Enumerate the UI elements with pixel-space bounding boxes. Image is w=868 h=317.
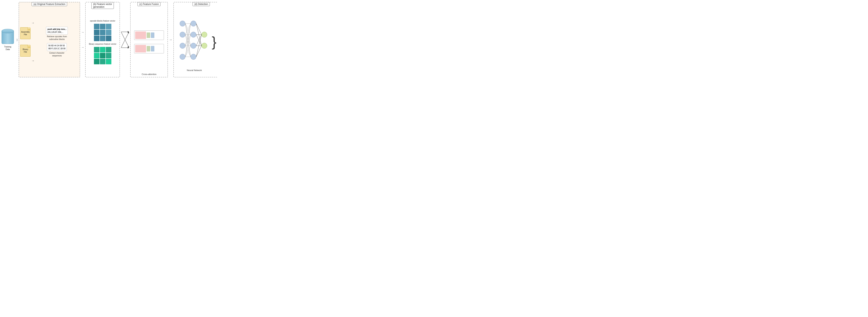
opcodes-desc: Retrieve opcodes fromsubroutine blocks xyxy=(47,35,67,41)
hex-group: 56 8D 44 24 08 50 8B F1 E8 1C 1B 00 Extr… xyxy=(35,43,79,57)
grid-cell-1 xyxy=(94,24,99,29)
training-to-a-arrow: } xyxy=(17,38,18,41)
section-d-title: (d) Detection xyxy=(193,2,210,6)
attn-blue-bottom xyxy=(151,46,154,51)
grid-cell-7 xyxy=(94,36,99,41)
hex-line1: 56 8D 44 24 08 50 xyxy=(49,44,65,47)
grid-cell-6 xyxy=(106,30,112,35)
a-to-b-arrows: → → xyxy=(81,31,84,49)
section-c: (c) Feature Fusion Cross-attention xyxy=(130,2,168,77)
grid-cell-3 xyxy=(106,24,112,29)
section-d: (d) Detection xyxy=(174,2,217,77)
section-a: (a) Original Feature Extraction Assembly… xyxy=(19,2,80,77)
svg-point-12 xyxy=(202,32,207,37)
cross-attention-label: Cross-attention xyxy=(142,73,157,75)
opcodes-group: push add jmp mov... 241,126,87,356,... R… xyxy=(35,27,79,41)
grid-cell-2 xyxy=(100,24,105,29)
training-data-container: TrainingData xyxy=(2,29,14,51)
opcode-grid xyxy=(94,24,112,41)
bgrid-cell-3 xyxy=(106,47,112,52)
arrow-binary: → xyxy=(31,59,34,63)
svg-point-9 xyxy=(191,32,196,37)
opcodes-line2: 241,126,87,356,... xyxy=(48,31,66,34)
connector-brace: } xyxy=(17,38,18,41)
svg-line-37 xyxy=(196,46,202,57)
grid-cell-4 xyxy=(94,30,99,35)
bgrid-cell-8 xyxy=(100,59,105,64)
bgrid-cell-2 xyxy=(100,47,105,52)
b-to-c-connector xyxy=(121,2,129,77)
results-bracket: } xyxy=(212,36,216,48)
binary-feature-label: Binary sequence feature vector xyxy=(89,43,116,45)
assembly-file-label: AssemblyFile xyxy=(21,31,30,36)
grid-cell-9 xyxy=(106,36,112,41)
section-c-content xyxy=(134,8,164,76)
cross-arrows-svg xyxy=(121,20,129,60)
diagram: TrainingData } (a) Original Feature Extr… xyxy=(0,0,217,79)
opcodes-line1: push add jmp mov... xyxy=(48,28,66,31)
attn-pink-bottom xyxy=(135,45,146,52)
arrow-c-d: → xyxy=(169,38,172,41)
svg-point-8 xyxy=(191,21,196,26)
bgrid-cell-5 xyxy=(100,53,105,58)
assembly-file-icon: AssemblyFile xyxy=(20,27,31,39)
grid-cell-8 xyxy=(100,36,105,41)
svg-line-30 xyxy=(196,24,202,35)
bgrid-cell-6 xyxy=(106,53,112,58)
section-a-title: (a) Original Feature Extraction xyxy=(32,2,67,6)
attn-green-bottom xyxy=(147,46,150,51)
bgrid-cell-4 xyxy=(94,53,99,58)
file-arrows: → → xyxy=(31,8,34,76)
svg-point-11 xyxy=(191,54,196,60)
section-d-content: Neural Network } xyxy=(179,8,217,76)
arrow-a-b-top: → xyxy=(81,31,84,34)
arrow-assembly: → xyxy=(31,21,34,25)
attn-blue-top xyxy=(151,32,154,38)
section-b-content: opcode blocks feature vector Binary sequ… xyxy=(89,8,116,76)
bgrid-cell-1 xyxy=(94,47,99,52)
svg-point-4 xyxy=(180,21,185,26)
training-data-cylinder xyxy=(2,29,14,45)
detection-results: } xyxy=(212,21,217,63)
hex-line2: 8B F1 E8 1C 1B 00 xyxy=(49,47,65,50)
bgrid-cell-9 xyxy=(106,59,112,64)
attention-box-top xyxy=(134,31,164,40)
extract-column: push add jmp mov... 241,126,87,356,... R… xyxy=(35,27,79,57)
bgrid-cell-7 xyxy=(94,59,99,64)
attn-green-top xyxy=(147,32,150,38)
grid-cell-5 xyxy=(100,30,105,35)
binary-grid xyxy=(94,47,112,64)
binary-file-label: BinaryFile xyxy=(23,48,28,53)
hex-desc: Extract charactersequences xyxy=(50,51,65,57)
attn-pink-top xyxy=(135,31,146,39)
section-c-title: (c) Feature Fusion xyxy=(137,2,160,6)
arrow-a-b-bottom: → xyxy=(81,46,84,49)
svg-point-13 xyxy=(202,43,207,48)
assembly-file-group: AssemblyFile xyxy=(20,27,31,39)
hex-box: 56 8D 44 24 08 50 8B F1 E8 1C 1B 00 xyxy=(47,43,67,51)
nn-wrapper: Neural Network xyxy=(179,12,210,71)
nn-label: Neural Network xyxy=(179,69,210,71)
section-b: (b) Feature vectorgeneration opcode bloc… xyxy=(85,2,120,77)
attention-box-bottom xyxy=(134,44,164,54)
binary-file-icon: BinaryFile xyxy=(20,45,31,57)
cylinder-top xyxy=(2,29,14,33)
svg-point-10 xyxy=(191,43,196,48)
section-b-title: (b) Feature vectorgeneration xyxy=(91,2,114,9)
files-column: AssemblyFile BinaryFile xyxy=(20,27,31,57)
svg-point-5 xyxy=(180,32,185,37)
opcodes-box: push add jmp mov... 241,126,87,356,... xyxy=(46,27,68,35)
training-data-label: TrainingData xyxy=(4,45,11,51)
opcode-feature-label: opcode blocks feature vector xyxy=(90,20,115,22)
binary-file-group: BinaryFile xyxy=(20,45,31,57)
svg-point-6 xyxy=(180,43,185,48)
c-to-d-arrow: → xyxy=(169,2,172,77)
neural-network-svg xyxy=(179,12,210,68)
svg-point-7 xyxy=(180,54,185,60)
section-a-content: AssemblyFile BinaryFile → → xyxy=(20,8,79,76)
